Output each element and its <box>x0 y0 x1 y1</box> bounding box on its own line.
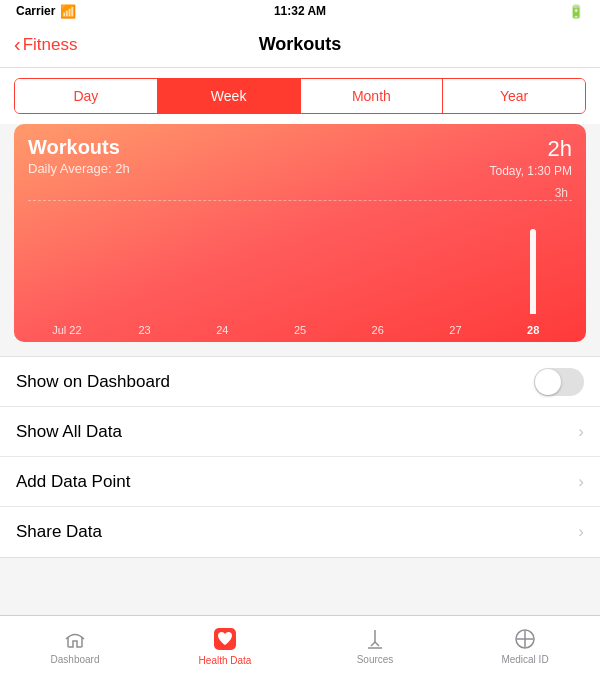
seg-day[interactable]: Day <box>15 79 158 113</box>
x-label: Jul 22 <box>28 324 106 336</box>
chart-value: 2h <box>490 136 573 162</box>
heart-icon <box>212 626 238 652</box>
share-data-row[interactable]: Share Data › <box>0 507 600 557</box>
chart-title-left: Workouts Daily Average: 2h <box>28 136 130 176</box>
list-item-right: › <box>578 422 584 442</box>
x-labels: Jul 22 23 24 25 26 27 28 <box>28 324 572 336</box>
bars-container <box>28 194 572 314</box>
list-item-right: › <box>578 522 584 542</box>
x-label: 26 <box>339 324 417 336</box>
list-item-right <box>534 368 584 396</box>
tab-dashboard-label: Dashboard <box>51 654 100 665</box>
tab-bar: Dashboard Health Data Sources Medical ID <box>0 615 600 675</box>
tab-medical-id-label: Medical ID <box>501 654 548 665</box>
tab-sources-label: Sources <box>357 654 394 665</box>
chevron-icon: › <box>578 422 584 442</box>
seg-year[interactable]: Year <box>443 79 585 113</box>
status-right: 🔋 <box>568 4 584 19</box>
x-label: 24 <box>183 324 261 336</box>
chart-title: Workouts <box>28 136 130 159</box>
chevron-icon: › <box>578 472 584 492</box>
bar-item-highlighted <box>494 229 572 314</box>
sources-icon <box>363 627 387 651</box>
show-on-dashboard-row: Show on Dashboard <box>0 357 600 407</box>
status-bar: Carrier 📶 11:32 AM 🔋 <box>0 0 600 22</box>
tab-health-data-label: Health Data <box>199 655 252 666</box>
tab-dashboard[interactable]: Dashboard <box>0 627 150 665</box>
tab-sources[interactable]: Sources <box>300 627 450 665</box>
tab-health-data[interactable]: Health Data <box>150 626 300 666</box>
back-label: Fitness <box>23 35 78 55</box>
list-item-right: › <box>578 472 584 492</box>
seg-wrap: Day Week Month Year <box>14 78 586 114</box>
x-label: 27 <box>417 324 495 336</box>
chart-header: Workouts Daily Average: 2h 2h Today, 1:3… <box>14 124 586 182</box>
show-on-dashboard-label: Show on Dashboard <box>16 372 170 392</box>
carrier-label: Carrier <box>16 4 55 18</box>
status-time: 11:32 AM <box>274 4 326 18</box>
add-data-point-label: Add Data Point <box>16 472 130 492</box>
tab-medical-id[interactable]: Medical ID <box>450 627 600 665</box>
back-button[interactable]: ‹ Fitness <box>14 35 77 55</box>
seg-week[interactable]: Week <box>158 79 301 113</box>
show-all-data-label: Show All Data <box>16 422 122 442</box>
chart-title-right: 2h Today, 1:30 PM <box>490 136 573 178</box>
x-label-highlighted: 28 <box>494 324 572 336</box>
bar-highlighted <box>530 229 536 314</box>
x-label: 25 <box>261 324 339 336</box>
chart-subtitle: Daily Average: 2h <box>28 161 130 176</box>
nav-bar: ‹ Fitness Workouts <box>0 22 600 68</box>
back-chevron-icon: ‹ <box>14 34 21 54</box>
battery-icon: 🔋 <box>568 4 584 19</box>
wifi-icon: 📶 <box>60 4 76 19</box>
dashboard-toggle[interactable] <box>534 368 584 396</box>
list-section: Show on Dashboard Show All Data › Add Da… <box>0 356 600 558</box>
seg-month[interactable]: Month <box>301 79 444 113</box>
chart-area: 3h Jul 2 <box>14 182 586 342</box>
status-left: Carrier 📶 <box>16 4 76 19</box>
dashboard-icon <box>63 627 87 651</box>
segmented-control: Day Week Month Year <box>0 68 600 124</box>
toggle-knob <box>535 369 561 395</box>
chart-card: Workouts Daily Average: 2h 2h Today, 1:3… <box>14 124 586 342</box>
share-data-label: Share Data <box>16 522 102 542</box>
chevron-icon: › <box>578 522 584 542</box>
page-title: Workouts <box>259 34 342 55</box>
chart-time: Today, 1:30 PM <box>490 164 573 178</box>
add-data-point-row[interactable]: Add Data Point › <box>0 457 600 507</box>
x-label: 23 <box>106 324 184 336</box>
medical-icon <box>513 627 537 651</box>
show-all-data-row[interactable]: Show All Data › <box>0 407 600 457</box>
